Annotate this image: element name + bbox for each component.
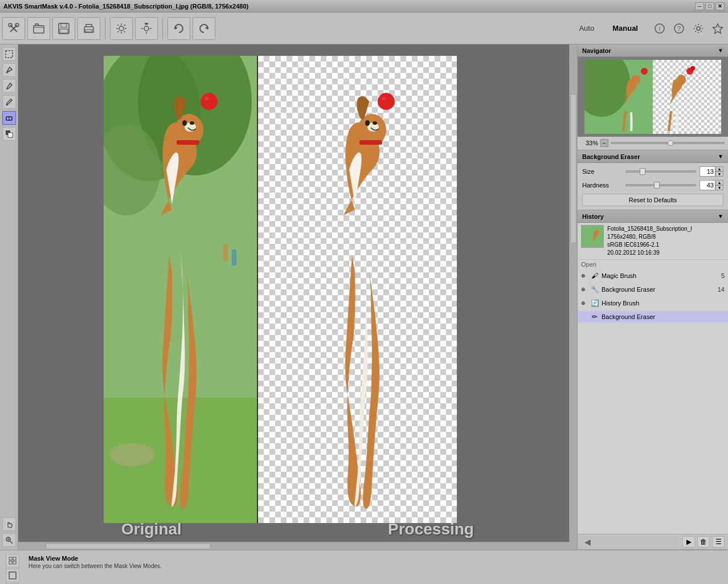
history-back-button[interactable]: ◀	[581, 536, 594, 548]
size-value[interactable]: 13	[700, 166, 715, 177]
horizontal-scrollbar[interactable]	[18, 542, 569, 550]
status-title: Mask View Mode	[28, 555, 722, 562]
history-item-history-brush[interactable]: ⊕ 🔄 History Brush	[578, 297, 728, 309]
svg-point-47	[205, 97, 209, 100]
hardness-slider[interactable]	[625, 184, 696, 186]
colorswap-tool-button[interactable]	[2, 127, 16, 141]
history-header[interactable]: History ▼	[578, 210, 728, 223]
size-param-row: Size 13 ▲ ▼	[582, 166, 723, 177]
redo-toolbar-button[interactable]	[193, 17, 215, 40]
svg-point-53	[378, 93, 395, 110]
manual-mode-button[interactable]: Manual	[606, 22, 645, 35]
auto-mode-button[interactable]: Auto	[572, 22, 601, 35]
svg-text:?: ?	[677, 25, 681, 32]
close-button[interactable]: ✕	[715, 2, 725, 10]
settings1-toolbar-button[interactable]	[110, 17, 133, 40]
size-decrement-button[interactable]: ▼	[715, 171, 723, 177]
vertical-scroll-thumb[interactable]	[570, 94, 576, 243]
hardness-label: Hardness	[582, 182, 622, 189]
maximize-button[interactable]: □	[705, 2, 714, 10]
svg-point-19	[697, 27, 700, 30]
bg-eraser-header[interactable]: Background Eraser ▼	[578, 150, 728, 163]
bg-eraser-1-label: Background Eraser	[602, 286, 715, 293]
history-filename: Fotolia_15268418_Subscription_l	[607, 225, 725, 233]
history-brush-expand-icon[interactable]: ⊕	[581, 300, 588, 306]
navigator-zoom-bar: 33% −	[578, 137, 728, 150]
reset-defaults-button[interactable]: Reset to Defaults	[582, 194, 723, 206]
history-colorspace: sRGB IEC61966-2.1	[607, 241, 725, 249]
history-list-button[interactable]: ☰	[712, 536, 725, 548]
single-view-button[interactable]	[6, 569, 19, 582]
size-increment-button[interactable]: ▲	[715, 166, 723, 171]
magic-brush-label: Magic Brush	[602, 272, 719, 279]
svg-rect-72	[13, 561, 16, 564]
svg-rect-39	[223, 244, 228, 261]
print-toolbar-button[interactable]	[77, 17, 100, 40]
bg-eraser-2-label: Background Eraser	[602, 313, 722, 320]
zoom-tool-button[interactable]	[2, 533, 16, 547]
eraser-tool-button[interactable]	[2, 111, 16, 125]
scroll-corner	[569, 542, 577, 550]
hardness-decrement-button[interactable]: ▼	[715, 185, 723, 190]
bg-eraser-1-expand-icon[interactable]: ⊕	[581, 287, 588, 292]
history-play-button[interactable]: ▶	[682, 536, 695, 548]
bg-eraser-title: Background Eraser	[582, 153, 640, 160]
svg-rect-5	[59, 23, 69, 34]
size-slider[interactable]	[625, 170, 696, 173]
zoom-minus-button[interactable]: −	[600, 139, 608, 147]
history-file-info: Fotolia_15268418_Subscription_l 1756x248…	[607, 225, 725, 257]
history-item-bg-eraser-1[interactable]: ⊕ 🔧 Background Eraser 14	[578, 284, 728, 295]
history-content[interactable]: Fotolia_15268418_Subscription_l 1756x248…	[578, 223, 728, 534]
help-button[interactable]: ?	[671, 21, 687, 36]
preferences-button[interactable]	[690, 21, 706, 36]
open-toolbar-button[interactable]	[27, 17, 50, 40]
settings2-toolbar-button[interactable]	[135, 17, 158, 40]
hardness-value[interactable]: 43	[700, 180, 715, 190]
history-item-magic-brush[interactable]: ⊕ 🖌 Magic Brush 5	[578, 270, 728, 281]
hardness-increment-button[interactable]: ▲	[715, 180, 723, 185]
navigator-title: Navigator	[582, 47, 611, 54]
svg-rect-9	[85, 30, 92, 32]
zoom-value-label: 33%	[581, 140, 598, 146]
pen-tool-button[interactable]	[2, 63, 16, 77]
magic-brush-count: 5	[721, 272, 725, 279]
eyedropper-tool-button[interactable]	[2, 79, 16, 93]
navigator-header[interactable]: Navigator ▼	[578, 44, 728, 57]
status-description: Here you can switch between the Mask Vie…	[28, 563, 722, 569]
undo-toolbar-button[interactable]	[167, 17, 190, 40]
info-button[interactable]: i	[652, 21, 668, 36]
vertical-scrollbar[interactable]	[569, 44, 577, 542]
svg-point-51	[365, 120, 370, 126]
zoom-slider-thumb[interactable]	[668, 140, 673, 146]
toolbar-right-icons: i ?	[652, 21, 726, 36]
history-delete-button[interactable]: 🗑	[697, 536, 710, 548]
svg-rect-52	[359, 140, 382, 145]
selection-tool-button[interactable]	[2, 47, 16, 61]
zoom-slider[interactable]	[611, 142, 725, 144]
canvas-area[interactable]: Original Processing	[18, 44, 577, 550]
save-toolbar-button[interactable]	[52, 17, 75, 40]
svg-point-10	[119, 26, 124, 31]
hardness-slider-thumb[interactable]	[654, 182, 660, 189]
magic-brush-expand-icon[interactable]: ⊕	[581, 273, 588, 279]
svg-rect-7	[60, 29, 68, 33]
brush-tool-button[interactable]	[2, 95, 16, 109]
history-title: History	[582, 213, 604, 220]
favorites-button[interactable]	[710, 21, 726, 36]
size-slider-thumb[interactable]	[640, 168, 645, 175]
grid-view-button[interactable]	[6, 554, 19, 567]
canvas-split-view	[104, 56, 457, 523]
hand-tool-button[interactable]	[2, 517, 16, 531]
history-date: 20.02.2012 10:16:39	[607, 249, 725, 257]
svg-marker-20	[713, 24, 723, 33]
cut-toolbar-button[interactable]	[2, 17, 25, 40]
svg-point-24	[6, 104, 7, 106]
minimize-button[interactable]: ─	[695, 2, 704, 10]
history-item-bg-eraser-2[interactable]: ✏ Background Eraser	[578, 311, 728, 322]
navigator-panel: Navigator ▼	[578, 44, 728, 150]
titlebar: AKVIS SmartMask v.4.0 - Fotolia_15268418…	[0, 0, 728, 13]
horizontal-scroll-thumb[interactable]	[46, 543, 211, 549]
svg-point-44	[182, 120, 187, 126]
hardness-param-row: Hardness 43 ▲ ▼	[582, 180, 723, 190]
bg-eraser-collapse-icon: ▼	[718, 153, 723, 160]
